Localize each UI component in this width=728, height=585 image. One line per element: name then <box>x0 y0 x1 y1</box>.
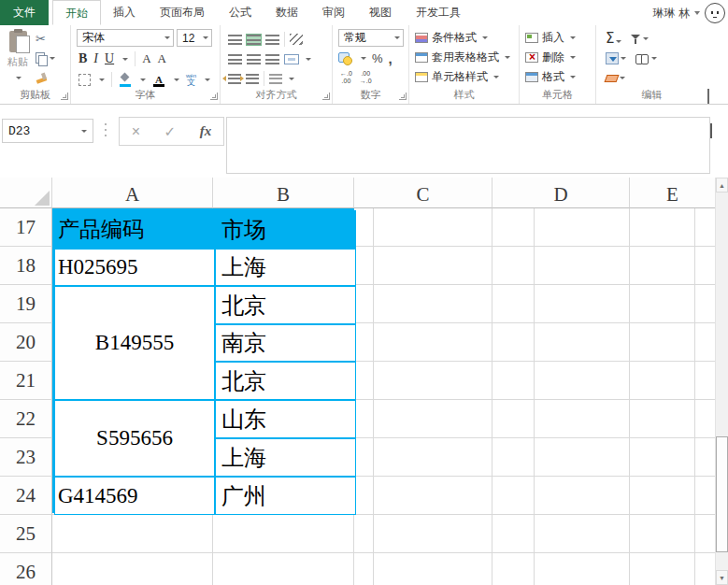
format-painter-button[interactable] <box>36 70 55 85</box>
scroll-up-button[interactable]: ▲ <box>716 178 728 193</box>
cell-a18[interactable]: H025695 <box>54 249 215 286</box>
row-header-25[interactable]: 25 <box>0 515 52 553</box>
fill-color-button[interactable] <box>119 73 132 87</box>
row-header-22[interactable]: 22 <box>0 400 52 438</box>
orientation-button[interactable] <box>290 34 303 45</box>
borders-dropdown[interactable] <box>99 78 105 81</box>
tab-formulas[interactable]: 公式 <box>217 0 264 25</box>
conditional-formatting-button[interactable]: 条件格式 <box>409 28 519 48</box>
cell-b21[interactable]: 北京 <box>215 362 356 400</box>
cell-b17[interactable]: 市场 <box>215 210 356 249</box>
user-avatar[interactable] <box>705 3 725 23</box>
chevron-down-icon[interactable] <box>16 77 21 79</box>
insert-cells-button[interactable]: 插入 <box>520 28 595 48</box>
tab-home[interactable]: 开始 <box>52 0 101 25</box>
cell-a19-a21-merged[interactable]: B149555 <box>54 286 215 400</box>
tab-page-layout[interactable]: 页面布局 <box>148 0 217 25</box>
autosum-button[interactable]: Σ <box>606 32 621 46</box>
increase-indent-button[interactable] <box>246 74 259 84</box>
format-cells-button[interactable]: 格式 <box>520 67 595 87</box>
comma-style-button[interactable]: , <box>389 54 393 64</box>
tab-review[interactable]: 审阅 <box>310 0 357 25</box>
cancel-icon[interactable]: × <box>132 123 140 140</box>
underline-dropdown[interactable] <box>122 58 128 61</box>
formula-bar-grip[interactable] <box>105 123 107 138</box>
name-box[interactable]: D23 <box>2 119 93 143</box>
align-bottom-button[interactable] <box>265 35 279 45</box>
align-right-button[interactable] <box>265 54 279 64</box>
scrollbar-thumb[interactable] <box>716 436 728 552</box>
wrap-text-button[interactable] <box>269 74 282 84</box>
cell-b18[interactable]: 上海 <box>215 249 356 286</box>
cell-a17[interactable]: 产品编码 <box>54 210 215 249</box>
bold-button[interactable]: B <box>79 51 87 66</box>
font-size-select[interactable]: 12 <box>177 29 212 47</box>
row-header-24[interactable]: 24 <box>0 477 52 515</box>
tab-developer[interactable]: 开发工具 <box>404 0 473 25</box>
row-header-23[interactable]: 23 <box>0 438 52 477</box>
vertical-scrollbar[interactable]: ▲ ▼ <box>715 178 728 585</box>
number-format-select[interactable]: 常规 <box>338 29 404 47</box>
cell-b22[interactable]: 山东 <box>215 400 356 438</box>
dialog-launcher-icon[interactable] <box>399 93 407 100</box>
cell-styles-button[interactable]: 单元格样式 <box>409 67 519 87</box>
font-color-dropdown[interactable] <box>174 78 179 81</box>
find-select-button[interactable] <box>635 53 657 64</box>
paste-button[interactable]: 粘贴 <box>4 31 32 82</box>
cell-b23[interactable]: 上海 <box>215 438 356 477</box>
select-all-corner[interactable] <box>0 178 52 208</box>
row-header-18[interactable]: 18 <box>0 247 52 285</box>
clear-button[interactable] <box>606 75 625 82</box>
row-header-17[interactable]: 17 <box>0 208 52 247</box>
increase-font-button[interactable]: A <box>142 51 150 66</box>
tab-insert[interactable]: 插入 <box>101 0 148 25</box>
dialog-launcher-icon[interactable] <box>61 93 68 100</box>
dialog-launcher-icon[interactable] <box>322 93 330 100</box>
scroll-down-button[interactable]: ▼ <box>716 570 728 585</box>
tab-data[interactable]: 数据 <box>264 0 310 25</box>
increase-decimal-button[interactable]: ←.0 .00 <box>340 70 352 85</box>
delete-cells-button[interactable]: 删除 <box>520 48 595 67</box>
cell-a22-a23-merged[interactable]: S595656 <box>54 400 215 477</box>
tab-view[interactable]: 视图 <box>357 0 404 25</box>
underline-button[interactable]: U <box>105 51 114 66</box>
decrease-decimal-button[interactable]: .00 →.0 <box>360 70 372 85</box>
enter-icon[interactable]: ✓ <box>164 123 177 140</box>
italic-button[interactable]: I <box>93 51 98 66</box>
column-header-a[interactable]: A <box>52 178 213 208</box>
sort-filter-button[interactable] <box>631 34 649 45</box>
row-header-19[interactable]: 19 <box>0 285 52 323</box>
column-header-d[interactable]: D <box>492 178 630 208</box>
collapse-ribbon-button[interactable] <box>707 91 715 98</box>
fill-button[interactable] <box>606 52 626 64</box>
row-header-26[interactable]: 26 <box>0 553 52 585</box>
phonetic-dropdown[interactable] <box>205 78 210 81</box>
column-header-c[interactable]: C <box>354 178 492 208</box>
column-header-b[interactable]: B <box>213 178 354 208</box>
cell-b19[interactable]: 北京 <box>215 286 356 324</box>
accounting-dropdown[interactable] <box>361 57 366 60</box>
phonetic-guide-button[interactable]: wén文 <box>186 73 196 87</box>
percent-style-button[interactable]: % <box>372 51 383 65</box>
decrease-font-button[interactable]: A <box>158 51 166 66</box>
row-header-20[interactable]: 20 <box>0 323 52 362</box>
cut-button[interactable]: ✂ <box>36 31 55 46</box>
copy-button[interactable] <box>36 50 55 65</box>
font-color-button[interactable]: A <box>152 73 165 87</box>
column-header-e[interactable]: E <box>630 178 715 208</box>
accounting-format-button[interactable] <box>338 52 353 64</box>
insert-function-icon[interactable]: fx <box>200 123 212 139</box>
wrap-text-dropdown[interactable] <box>289 78 294 80</box>
align-top-button[interactable] <box>228 35 242 45</box>
format-as-table-button[interactable]: 套用表格格式 <box>409 48 519 67</box>
row-header-21[interactable]: 21 <box>0 362 52 400</box>
align-left-button[interactable] <box>228 54 242 64</box>
merge-center-button[interactable] <box>284 54 299 64</box>
cell-b20[interactable]: 南京 <box>215 324 356 362</box>
tab-file[interactable]: 文件 <box>0 0 49 25</box>
dialog-launcher-icon[interactable] <box>210 93 218 100</box>
cell-b24[interactable]: 广州 <box>215 477 356 515</box>
merge-center-dropdown[interactable] <box>306 58 311 61</box>
decrease-indent-button[interactable] <box>228 74 241 84</box>
align-center-button[interactable] <box>247 54 261 64</box>
